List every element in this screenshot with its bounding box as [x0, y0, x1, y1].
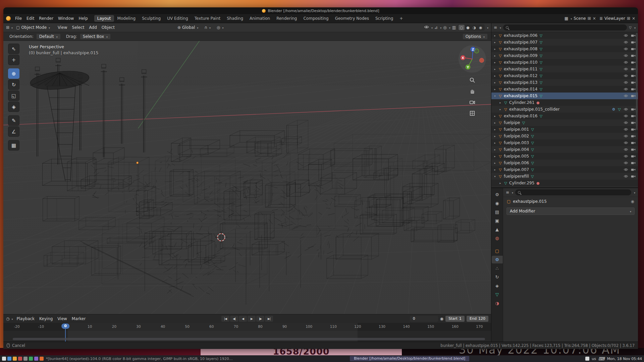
- shading-caret-icon[interactable]: [486, 25, 488, 30]
- hide-in-viewport-icon[interactable]: [623, 108, 629, 111]
- outliner-item-name[interactable]: fuelpipe.003: [504, 140, 529, 145]
- shading-material[interactable]: ◑: [471, 25, 477, 30]
- outliner-row[interactable]: ▸▽fuelpipe.005▽: [491, 153, 638, 160]
- disable-in-render-icon[interactable]: [630, 128, 636, 131]
- outliner-row[interactable]: ▸▽Cylinder.295●: [491, 180, 638, 186]
- disable-in-render-icon[interactable]: [630, 47, 636, 51]
- timeline-editor-caret-icon[interactable]: [11, 316, 13, 321]
- disable-in-render-icon[interactable]: [630, 81, 636, 84]
- timeline-menu-marker[interactable]: Marker: [69, 316, 88, 322]
- hide-in-viewport-icon[interactable]: [623, 168, 629, 171]
- viewport-3d[interactable]: ⇖+⊕↻◱◈✎∠▦ User Perspective (0) bunker_fu…: [3, 41, 491, 314]
- hide-in-viewport-icon[interactable]: [623, 175, 629, 178]
- outliner-row[interactable]: ▸▽Cylinder.261●: [491, 99, 638, 106]
- gizmos-toggle-icon[interactable]: [434, 25, 438, 30]
- jump-to-start-button[interactable]: |◀: [221, 316, 229, 322]
- navigation-gizmo[interactable]: Z Y X: [458, 45, 486, 73]
- disable-in-render-icon[interactable]: [630, 141, 636, 144]
- disclosure-collapsed-icon[interactable]: ▸: [493, 81, 497, 84]
- viewport-menu-add[interactable]: Add: [87, 24, 99, 31]
- outliner-item-name[interactable]: exhaustpipe.012: [504, 73, 537, 78]
- properties-tab-material[interactable]: ◑: [492, 299, 502, 307]
- next-keyframe-button[interactable]: |▶: [256, 316, 264, 322]
- overlays-toggle-icon[interactable]: [443, 25, 446, 30]
- disable-in-render-icon[interactable]: [630, 134, 636, 138]
- timeline-menu-playback[interactable]: Playback: [14, 316, 37, 322]
- outliner-item-name[interactable]: Cylinder.261: [509, 100, 534, 105]
- outliner-item-name[interactable]: exhaustpipe.007: [504, 40, 537, 45]
- editor-type-icon[interactable]: [6, 25, 9, 30]
- outliner-row[interactable]: ▸▽fuelpipe▽: [491, 119, 638, 126]
- hide-in-viewport-icon[interactable]: [623, 114, 629, 118]
- outliner-editor-caret-icon[interactable]: [499, 25, 501, 30]
- hide-in-viewport-icon[interactable]: [623, 61, 629, 64]
- outliner-row[interactable]: ▸▽fuelpiperefill_collider: [491, 186, 638, 187]
- workspace-tab-modeling[interactable]: Modeling: [114, 15, 139, 22]
- disclosure-collapsed-icon[interactable]: ▸: [493, 162, 497, 165]
- properties-tab-world[interactable]: ◍: [492, 234, 502, 242]
- jump-to-end-button[interactable]: ▶|: [265, 316, 273, 322]
- tool-annotate[interactable]: ✎: [8, 115, 19, 126]
- timeline-scrollbar[interactable]: [13, 338, 485, 340]
- hide-in-viewport-icon[interactable]: [623, 41, 629, 44]
- camera-view-icon[interactable]: [469, 99, 475, 106]
- outliner-row[interactable]: ▸▽exhaustpipe.015_collider⚙▽: [491, 106, 638, 113]
- taskbar-blender-window[interactable]: Blender [/home/amalie/Desktop/blender/bu…: [350, 356, 469, 361]
- taskbar-clock[interactable]: Mon, 18 Nov 05:44: [607, 357, 642, 361]
- properties-tab-object[interactable]: ▢: [492, 247, 502, 255]
- viewport-menu-select[interactable]: Select: [70, 24, 87, 31]
- hide-in-viewport-icon[interactable]: [623, 47, 629, 51]
- properties-tab-object-data[interactable]: ▽: [492, 291, 502, 298]
- disable-in-render-icon[interactable]: [630, 67, 636, 71]
- visibility-caret-icon[interactable]: [431, 25, 433, 30]
- unlink-scene-icon[interactable]: [593, 16, 596, 21]
- workspace-tab-shading[interactable]: Shading: [224, 15, 246, 22]
- hide-in-viewport-icon[interactable]: [623, 94, 629, 98]
- hide-in-viewport-icon[interactable]: [623, 141, 629, 144]
- outliner-row[interactable]: ▸▽fuelpipe.004▽: [491, 146, 638, 153]
- disable-in-render-icon[interactable]: [630, 108, 636, 111]
- shading-rendered[interactable]: ◉: [478, 25, 484, 30]
- play-button[interactable]: ▶: [248, 316, 256, 322]
- orientation-setting-dropdown[interactable]: Default: [36, 34, 61, 40]
- disclosure-expanded-icon[interactable]: ▾: [493, 95, 497, 98]
- workspace-tab-layout[interactable]: Layout: [94, 15, 114, 22]
- properties-editor-icon[interactable]: [506, 190, 509, 195]
- disclosure-collapsed-icon[interactable]: ▸: [493, 141, 497, 144]
- disclosure-collapsed-icon[interactable]: ▸: [498, 182, 502, 185]
- frame-start-field[interactable]: Start 1: [445, 316, 465, 322]
- workspace-tab-sculpting[interactable]: Sculpting: [139, 15, 164, 22]
- outliner-row[interactable]: ▸▽exhaustpipe.011▽: [491, 66, 638, 72]
- disclosure-collapsed-icon[interactable]: ▸: [493, 54, 497, 57]
- outliner-item-name[interactable]: exhaustpipe.006: [504, 33, 537, 38]
- blender-app-menu-icon[interactable]: [6, 16, 11, 21]
- keyboard-icon[interactable]: [598, 356, 605, 361]
- pin-icon[interactable]: [631, 199, 634, 204]
- properties-editor-caret-icon[interactable]: [511, 190, 513, 195]
- taskbar-app-icon[interactable]: [13, 357, 17, 361]
- outliner-row[interactable]: ▸▽fuelpipe.006▽: [491, 160, 638, 166]
- timeline-ruler[interactable]: -20-100102030405060708090100110120130140…: [3, 323, 491, 342]
- disclosure-collapsed-icon[interactable]: ▸: [498, 108, 502, 111]
- properties-tab-scene[interactable]: ▲: [492, 226, 502, 233]
- outliner-row[interactable]: ▸▽exhaustpipe.008▽: [491, 46, 638, 52]
- hide-in-viewport-icon[interactable]: [623, 121, 629, 124]
- keyboard-layout-indicator[interactable]: us: [592, 357, 596, 361]
- disclosure-collapsed-icon[interactable]: ▸: [493, 48, 497, 51]
- disclosure-collapsed-icon[interactable]: ▸: [498, 101, 502, 104]
- tool-move[interactable]: ⊕: [8, 68, 19, 79]
- outliner-item-name[interactable]: fuelpipe.001: [504, 127, 529, 132]
- outliner-item-name[interactable]: fuelpipe.006: [504, 161, 529, 165]
- filter-caret-icon[interactable]: [634, 25, 636, 30]
- disclosure-collapsed-icon[interactable]: ▸: [493, 135, 497, 138]
- tool-rotate[interactable]: ↻: [8, 79, 19, 90]
- disclosure-collapsed-icon[interactable]: ▸: [493, 155, 497, 158]
- outliner-item-name[interactable]: exhaustpipe.009: [504, 53, 537, 58]
- gizmos-caret-icon[interactable]: [439, 25, 441, 30]
- properties-tab-constraints[interactable]: ◈: [492, 282, 502, 290]
- add-modifier-button[interactable]: Add Modifier: [506, 207, 635, 215]
- outliner-item-name[interactable]: exhaustpipe.008: [504, 47, 537, 51]
- properties-tab-tool[interactable]: ⚙: [492, 191, 502, 198]
- taskbar-app-icon[interactable]: [23, 357, 28, 361]
- hide-in-viewport-icon[interactable]: [623, 34, 629, 37]
